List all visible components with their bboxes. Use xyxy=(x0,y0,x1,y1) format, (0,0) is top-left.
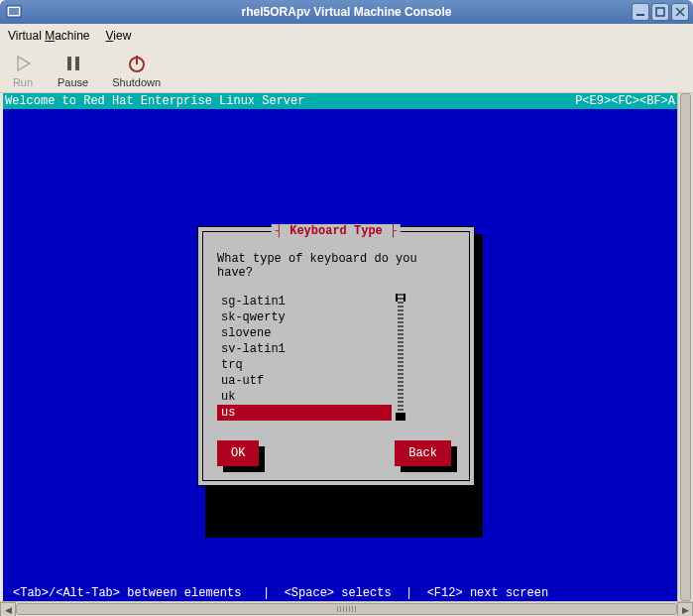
close-button[interactable] xyxy=(671,3,689,21)
vertical-scrollbar[interactable] xyxy=(677,93,693,601)
console-footer: <Tab>/<Alt-Tab> between elements | <Spac… xyxy=(3,585,677,601)
app-icon xyxy=(6,4,22,20)
dialog-title: ┤ Keyboard Type ├ xyxy=(272,224,401,238)
vm-console[interactable]: Welcome to Red Hat Enterprise Linux Serv… xyxy=(3,93,677,601)
toolbar: Run Pause Shutdown xyxy=(0,48,693,93)
run-button: Run xyxy=(12,53,34,88)
list-item[interactable]: ua-utf xyxy=(217,373,392,389)
dialog-question: What type of keyboard do you have? xyxy=(217,252,455,280)
scroll-down-icon[interactable] xyxy=(396,413,405,421)
console-container: Welcome to Red Hat Enterprise Linux Serv… xyxy=(0,93,693,601)
minimize-button[interactable] xyxy=(632,3,649,21)
back-button[interactable]: Back xyxy=(395,440,451,466)
play-icon xyxy=(12,53,34,74)
pause-button[interactable]: Pause xyxy=(58,53,88,88)
svg-rect-7 xyxy=(67,57,71,70)
list-item[interactable]: trq xyxy=(217,357,392,373)
keyboard-list[interactable]: sg-latin1 sk-qwerty slovene sv-latin1 tr… xyxy=(217,294,392,421)
scrollbar-thumb[interactable] xyxy=(680,93,691,601)
power-icon xyxy=(126,53,148,74)
horizontal-scrollbar[interactable]: ◀ ▶ xyxy=(0,601,693,616)
maximize-button[interactable] xyxy=(651,3,669,21)
list-item[interactable]: uk xyxy=(217,389,392,405)
window-title: rhel5ORApv Virtual Machine Console xyxy=(242,5,452,19)
list-scrollbar[interactable] xyxy=(396,294,405,421)
scroll-left-icon[interactable]: ◀ xyxy=(0,602,16,616)
list-item[interactable]: sv-latin1 xyxy=(217,341,392,357)
console-header: Welcome to Red Hat Enterprise Linux Serv… xyxy=(3,93,677,109)
welcome-text: Welcome to Red Hat Enterprise Linux Serv… xyxy=(5,93,304,109)
pause-icon xyxy=(62,53,84,74)
scroll-right-icon[interactable]: ▶ xyxy=(677,602,693,616)
menu-view[interactable]: View xyxy=(106,29,132,43)
header-right-text: P<E9><FC><BF>A xyxy=(575,93,675,109)
list-item[interactable]: sg-latin1 xyxy=(217,294,392,309)
svg-rect-8 xyxy=(75,57,79,70)
svg-marker-6 xyxy=(18,57,30,70)
ok-button[interactable]: OK xyxy=(217,440,259,466)
menubar: Virtual Machine View xyxy=(0,24,693,48)
keyboard-type-dialog: ┤ Keyboard Type ├ What type of keyboard … xyxy=(197,226,475,486)
scrollbar-thumb[interactable] xyxy=(16,603,677,615)
list-item[interactable]: sk-qwerty xyxy=(217,309,392,325)
shutdown-button[interactable]: Shutdown xyxy=(112,53,161,88)
menu-virtual-machine[interactable]: Virtual Machine xyxy=(8,29,90,43)
list-item[interactable]: slovene xyxy=(217,325,392,341)
svg-rect-3 xyxy=(656,8,664,16)
list-item-selected[interactable]: us xyxy=(217,405,392,421)
window-titlebar: rhel5ORApv Virtual Machine Console xyxy=(0,0,693,24)
svg-rect-1 xyxy=(9,8,19,15)
